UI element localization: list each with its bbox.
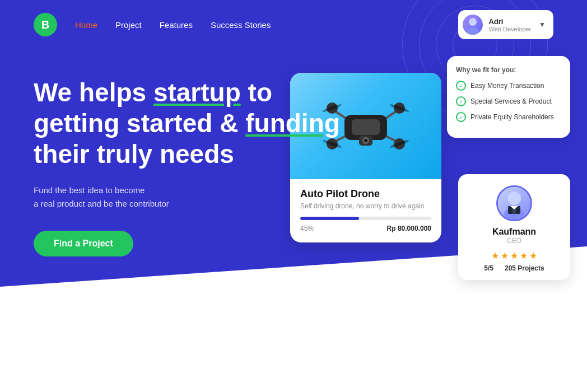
avatar-placeholder (463, 15, 483, 35)
nav-project[interactable]: Project (115, 20, 142, 30)
nav-features[interactable]: Features (160, 20, 193, 30)
ceo-score: 5/5 (484, 264, 493, 272)
page-wrapper: B Home Project Features Success Stories (0, 0, 587, 392)
hero-subtext: Fund the best idea to become a real prod… (34, 184, 553, 211)
hero-content: We helps startup to getting started & fu… (0, 49, 587, 256)
nav-success-stories[interactable]: Success Stories (211, 20, 271, 30)
chevron-down-icon: ▼ (539, 21, 546, 29)
navbar: B Home Project Features Success Stories (0, 0, 587, 49)
hero-text: We helps startup to getting started & fu… (34, 72, 553, 256)
svg-point-1 (467, 27, 479, 35)
highlight-startup: startup (153, 78, 241, 107)
highlight-funding: funding (245, 109, 340, 138)
bottom-white (0, 314, 587, 392)
find-project-button[interactable]: Find a Project (34, 231, 133, 256)
hero-heading: We helps startup to getting started & fu… (34, 77, 553, 170)
nav-home[interactable]: Home (75, 20, 97, 30)
svg-point-0 (469, 18, 477, 26)
avatar (463, 15, 483, 35)
user-name: Adri (488, 17, 531, 26)
user-role: Web Developer (488, 26, 531, 32)
hero-section: B Home Project Features Success Stories (0, 0, 587, 314)
nav-links: Home Project Features Success Stories (75, 20, 458, 30)
logo[interactable]: B (34, 13, 57, 36)
user-info: Adri Web Developer (488, 17, 531, 32)
ceo-stats: 5/5 205 Projects (467, 264, 561, 272)
user-badge[interactable]: Adri Web Developer ▼ (458, 10, 553, 39)
ceo-projects: 205 Projects (505, 264, 544, 272)
